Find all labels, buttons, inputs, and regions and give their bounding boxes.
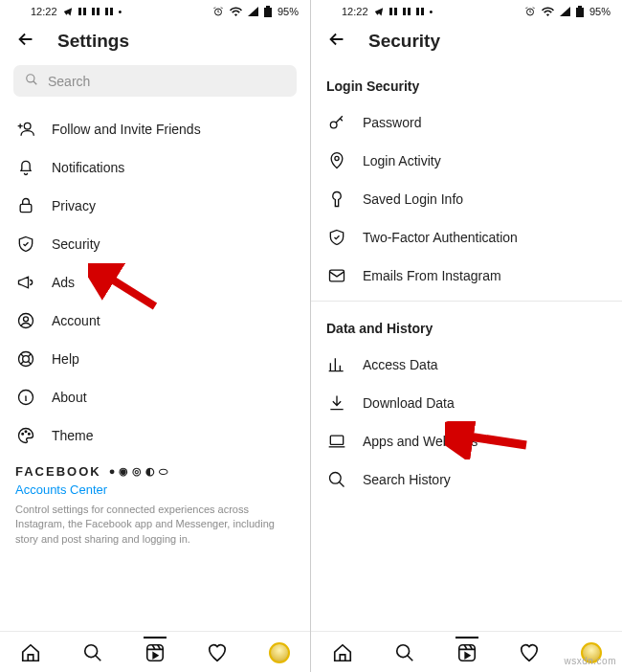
settings-row-ads[interactable]: Ads [0,263,310,302]
app-indicator-icon-3 [105,8,113,15]
bell-icon [15,158,36,177]
alarm-icon [212,6,224,17]
facebook-brand: FACEBOOK ● ◉ ◎ ◐ ⬭ [0,455,310,482]
nav-search-icon[interactable] [393,641,416,664]
nav-profile-avatar[interactable] [268,641,291,664]
security-row-access-data[interactable]: Access Data [311,346,622,384]
back-icon[interactable] [15,29,36,54]
brand-text: FACEBOOK [15,464,101,479]
back-icon[interactable] [326,29,347,54]
security-row-apps-websites[interactable]: Apps and Websites [311,422,622,460]
row-label: Emails From Instagram [363,268,607,283]
svg-rect-37 [458,645,475,661]
row-label: Help [52,351,295,367]
nav-home-icon[interactable] [331,641,354,664]
svg-rect-22 [389,8,392,15]
svg-rect-24 [403,8,406,15]
status-time: 12:22 [31,6,57,17]
svg-rect-33 [330,270,344,281]
location-icon [326,151,347,170]
brand-app-icons: ● ◉ ◎ ◐ ⬭ [109,465,168,478]
settings-screen: 12:22 • 95% [0,0,311,672]
settings-row-security[interactable]: Security [0,225,310,263]
battery-pct: 95% [278,6,299,17]
settings-row-account[interactable]: Account [0,302,310,340]
security-row-search-history[interactable]: Search History [311,460,622,499]
app-indicator-icon-1 [389,8,397,15]
accounts-center-desc: Control settings for connected experienc… [0,503,310,554]
telegram-icon [63,7,73,16]
search-input[interactable]: Search [13,65,297,97]
security-row-saved-login[interactable]: Saved Login Info [311,180,622,218]
settings-row-privacy[interactable]: Privacy [0,187,310,225]
svg-rect-0 [78,8,81,15]
nav-activity-icon[interactable] [206,641,229,664]
nav-activity-icon[interactable] [518,641,541,664]
nav-home-icon[interactable] [19,641,42,664]
security-row-emails[interactable]: Emails From Instagram [311,257,622,295]
svg-point-20 [85,645,98,658]
row-label: Search History [363,472,607,487]
svg-point-17 [22,434,24,436]
row-label: Login Activity [363,153,607,168]
row-label: Password [363,115,607,130]
nav-reels-icon[interactable] [455,637,478,660]
svg-rect-23 [394,8,397,15]
add-friend-icon [15,120,36,139]
user-circle-icon [15,311,36,330]
wifi-icon [230,7,242,16]
security-row-two-factor[interactable]: Two-Factor Authentication [311,218,622,257]
svg-rect-3 [97,8,100,15]
status-bar: 12:22 • 95% [0,0,310,21]
row-label: Security [52,236,295,252]
divider [311,301,622,302]
svg-rect-34 [330,436,343,444]
key-icon [326,113,347,132]
security-screen: 12:22 • 95% S [311,0,622,672]
shield-icon [15,235,36,254]
svg-point-14 [19,352,33,367]
security-row-download-data[interactable]: Download Data [311,384,622,422]
svg-rect-30 [576,8,584,17]
accounts-center-link[interactable]: Accounts Center [0,482,310,503]
battery-icon [576,6,584,17]
facebook-icon: ● [109,465,116,478]
svg-point-35 [330,473,342,484]
status-time: 12:22 [342,6,368,17]
security-row-login-activity[interactable]: Login Activity [311,142,622,180]
status-bar: 12:22 • 95% [311,0,622,21]
row-label: Saved Login Info [363,191,607,207]
settings-row-follow-invite[interactable]: Follow and Invite Friends [0,110,310,148]
svg-rect-8 [264,8,272,17]
dot-icon: • [119,6,122,17]
row-label: Follow and Invite Friends [52,122,295,137]
search-icon [326,470,347,489]
security-list: Login Security Password Login Activity S… [311,65,622,631]
svg-point-9 [27,75,34,82]
section-login-security: Login Security [311,65,622,103]
svg-rect-4 [105,8,108,15]
svg-rect-2 [92,8,95,15]
settings-row-help[interactable]: Help [0,340,310,378]
svg-point-32 [335,156,339,160]
row-label: Ads [52,275,295,290]
megaphone-icon [15,273,36,292]
nav-search-icon[interactable] [81,641,104,664]
app-indicator-icon-3 [416,8,424,15]
settings-row-notifications[interactable]: Notifications [0,148,310,187]
svg-point-31 [330,122,337,128]
row-label: Apps and Websites [363,434,607,449]
app-indicator-icon-2 [403,8,411,15]
svg-rect-5 [110,8,113,15]
section-data-history: Data and History [311,307,622,346]
settings-row-theme[interactable]: Theme [0,416,310,455]
svg-point-18 [25,431,27,433]
settings-row-about[interactable]: About [0,378,310,416]
app-indicator-icon-1 [78,8,86,15]
nav-reels-icon[interactable] [144,637,167,660]
battery-icon [264,6,272,17]
security-row-password[interactable]: Password [311,103,622,142]
telegram-icon [374,7,384,16]
help-icon [15,349,36,369]
svg-point-15 [23,356,30,363]
